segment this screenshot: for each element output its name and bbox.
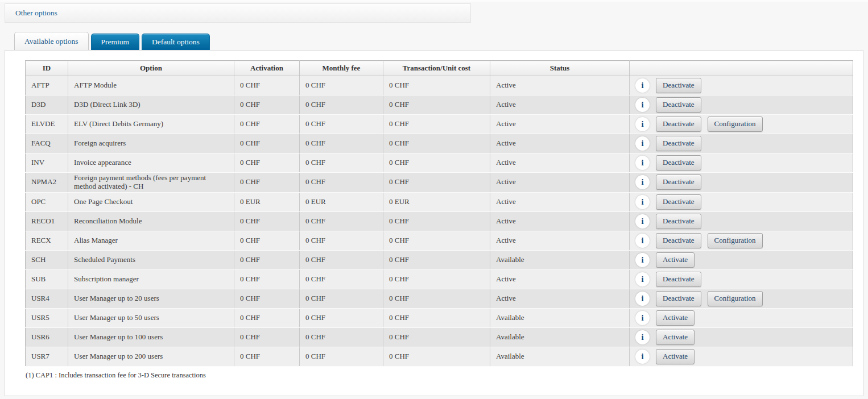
table-footnote: (1) CAP1 : Includes transaction fee for … <box>26 371 852 380</box>
info-icon[interactable]: i <box>635 214 650 228</box>
actions-group: i Deactivate <box>635 272 848 287</box>
deactivate-button[interactable]: Deactivate <box>656 233 701 248</box>
deactivate-button[interactable]: Deactivate <box>656 97 701 113</box>
table-row: OPC One Page Checkout 0 EUR 0 EUR 0 EUR … <box>26 192 853 211</box>
actions-cell: i Deactivate <box>630 192 853 211</box>
info-icon[interactable]: i <box>635 195 650 209</box>
info-icon[interactable]: i <box>635 98 650 112</box>
actions-cell: i Deactivate <box>630 95 853 115</box>
configuration-button[interactable]: Configuration <box>708 291 763 306</box>
transaction-cost-cell: 0 CHF <box>383 269 490 289</box>
option-name-cell: AFTP Module <box>68 76 234 95</box>
col-header-option: Option <box>68 61 234 76</box>
activation-fee-cell: 0 CHF <box>234 327 300 347</box>
tab-available-options[interactable]: Available options <box>14 32 89 50</box>
actions-group: i Deactivate <box>635 97 848 113</box>
option-id-cell: FACQ <box>26 134 68 153</box>
deactivate-button[interactable]: Deactivate <box>656 214 701 229</box>
info-icon[interactable]: i <box>635 234 650 248</box>
tab-premium[interactable]: Premium <box>91 34 140 50</box>
activation-fee-cell: 0 CHF <box>234 173 300 193</box>
activate-button[interactable]: Activate <box>656 252 695 268</box>
activation-fee-cell: 0 CHF <box>234 308 300 327</box>
status-cell: Active <box>490 269 630 289</box>
actions-group: i Activate <box>635 349 848 364</box>
activation-fee-cell: 0 CHF <box>234 76 300 95</box>
deactivate-button[interactable]: Deactivate <box>656 194 701 210</box>
table-row: SUB Subscription manager 0 CHF 0 CHF 0 C… <box>26 269 853 289</box>
monthly-fee-cell: 0 CHF <box>300 347 383 366</box>
table-row: USR5 User Manager up to 50 users 0 CHF 0… <box>26 308 853 327</box>
info-icon[interactable]: i <box>635 156 650 170</box>
transaction-cost-cell: 0 CHF <box>383 153 490 173</box>
option-id-cell: AFTP <box>26 76 68 95</box>
section-header: Other options <box>5 3 471 23</box>
activation-fee-cell: 0 CHF <box>234 269 300 289</box>
info-icon[interactable]: i <box>635 253 650 267</box>
tab-default-options[interactable]: Default options <box>142 34 210 50</box>
actions-cell: i Deactivate <box>630 269 853 289</box>
transaction-cost-cell: 0 CHF <box>383 134 490 153</box>
actions-group: i Deactivate <box>635 136 848 151</box>
option-id-cell: USR6 <box>26 327 68 347</box>
option-name-cell: User Manager up to 50 users <box>68 308 234 327</box>
monthly-fee-cell: 0 CHF <box>300 289 383 308</box>
actions-group: i Deactivate <box>635 78 848 93</box>
section-header-title: Other options <box>15 9 57 18</box>
info-icon[interactable]: i <box>635 117 650 131</box>
tab-label: Available options <box>24 37 78 46</box>
info-icon[interactable]: i <box>635 272 650 286</box>
deactivate-button[interactable]: Deactivate <box>656 155 701 171</box>
deactivate-button[interactable]: Deactivate <box>656 136 701 151</box>
activation-fee-cell: 0 CHF <box>234 95 300 115</box>
activation-fee-cell: 0 CHF <box>234 115 300 134</box>
activate-button[interactable]: Activate <box>656 349 695 364</box>
info-icon[interactable]: i <box>635 311 650 325</box>
status-cell: Active <box>490 134 630 153</box>
activate-button[interactable]: Activate <box>656 330 695 345</box>
table-header: ID Option Activation Monthly fee Transac… <box>26 61 853 76</box>
info-icon[interactable]: i <box>635 330 650 344</box>
monthly-fee-cell: 0 CHF <box>300 153 383 173</box>
status-cell: Active <box>490 95 630 115</box>
activation-fee-cell: 0 CHF <box>234 134 300 153</box>
deactivate-button[interactable]: Deactivate <box>656 291 701 306</box>
info-icon[interactable]: i <box>635 78 650 93</box>
status-cell: Active <box>490 211 630 231</box>
actions-cell: i Activate <box>630 347 853 366</box>
configuration-button[interactable]: Configuration <box>708 233 763 248</box>
deactivate-button[interactable]: Deactivate <box>656 174 701 190</box>
activation-fee-cell: 0 CHF <box>234 153 300 173</box>
tab-label: Default options <box>152 38 200 47</box>
status-cell: Available <box>490 308 630 327</box>
actions-group: i Deactivate <box>635 194 848 210</box>
monthly-fee-cell: 0 CHF <box>300 308 383 327</box>
monthly-fee-cell: 0 CHF <box>300 134 383 153</box>
option-id-cell: D3D <box>26 95 68 115</box>
monthly-fee-cell: 0 CHF <box>300 211 383 231</box>
info-icon[interactable]: i <box>635 350 650 364</box>
deactivate-button[interactable]: Deactivate <box>656 78 701 93</box>
deactivate-button[interactable]: Deactivate <box>656 117 701 132</box>
actions-group: i DeactivateConfiguration <box>635 117 848 132</box>
activation-fee-cell: 0 CHF <box>234 231 300 250</box>
option-name-cell: Alias Manager <box>68 231 234 250</box>
configuration-button[interactable]: Configuration <box>708 117 763 132</box>
col-header-monthly-fee: Monthly fee <box>300 61 383 76</box>
info-icon[interactable]: i <box>635 292 650 306</box>
actions-group: i Activate <box>635 252 848 268</box>
col-header-actions <box>630 61 853 76</box>
monthly-fee-cell: 0 CHF <box>300 173 383 193</box>
deactivate-button[interactable]: Deactivate <box>656 272 701 287</box>
activation-fee-cell: 0 CHF <box>234 289 300 308</box>
table-row: AFTP AFTP Module 0 CHF 0 CHF 0 CHF Activ… <box>26 76 853 95</box>
info-icon[interactable]: i <box>635 175 650 189</box>
table-row: ELVDE ELV (Direct Debits Germany) 0 CHF … <box>26 115 853 134</box>
activate-button[interactable]: Activate <box>656 310 695 326</box>
actions-cell: i Activate <box>630 250 853 269</box>
option-name-cell: D3D (Direct Link 3D) <box>68 95 234 115</box>
status-cell: Active <box>490 153 630 173</box>
transaction-cost-cell: 0 CHF <box>383 211 490 231</box>
info-icon[interactable]: i <box>635 136 650 151</box>
status-cell: Available <box>490 250 630 269</box>
